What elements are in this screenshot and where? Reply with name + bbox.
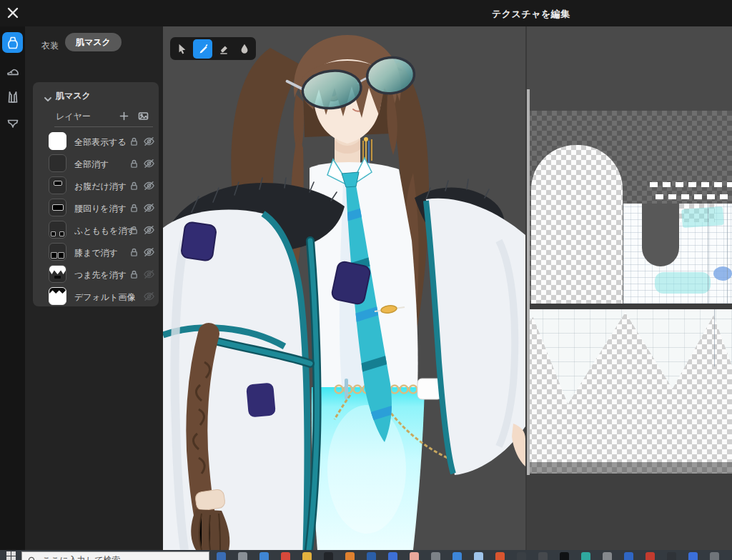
lock-icon[interactable]: [129, 247, 139, 260]
layer-row[interactable]: つま先を消す: [33, 264, 159, 286]
app-icon[interactable]: [667, 552, 676, 560]
layer-label: つま先を消す: [74, 269, 127, 281]
tab-skin-mask[interactable]: 肌マスク: [65, 33, 122, 51]
app-icon[interactable]: [538, 552, 548, 560]
texture-uv-panel[interactable]: [527, 26, 732, 550]
app-icon[interactable]: [603, 552, 612, 560]
lock-icon[interactable]: [129, 225, 139, 238]
app-icon[interactable]: [410, 552, 419, 560]
select-tool-cursor-icon[interactable]: [172, 39, 192, 59]
app-icon[interactable]: [624, 552, 633, 560]
texture-view-bottom[interactable]: [527, 309, 732, 462]
tab-costume[interactable]: 衣装: [38, 36, 62, 56]
uv-stitch-dashes: [656, 194, 732, 199]
app-icon[interactable]: [345, 552, 355, 560]
layer-row[interactable]: 全部消す: [33, 153, 159, 175]
brush-tool-icon[interactable]: [193, 39, 212, 59]
paint-toolbar: [170, 37, 256, 60]
rail-item-bottoms-icon[interactable]: [2, 112, 23, 133]
uv-blue-patch: [713, 266, 732, 281]
chevron-down-icon[interactable]: [44, 92, 51, 105]
eye-off-icon[interactable]: [143, 225, 155, 238]
uv-aqua-patch: [681, 206, 724, 228]
windows-start-icon[interactable]: [6, 551, 16, 560]
app-icon[interactable]: [646, 552, 655, 560]
lock-icon[interactable]: [129, 181, 139, 194]
layer-label: お腹だけ消す: [74, 181, 127, 193]
group-title: 肌マスク: [56, 90, 91, 102]
taskbar-app-icons: [217, 552, 719, 560]
scrollbar[interactable]: [527, 89, 530, 475]
app-icon[interactable]: [474, 552, 483, 560]
layer-row[interactable]: お腹だけ消す: [33, 175, 159, 197]
layer-list: 全部表示する 全部消す: [33, 131, 159, 308]
eraser-tool-icon[interactable]: [214, 39, 233, 59]
layer-thumbnail: [49, 221, 66, 239]
lock-icon[interactable]: [129, 203, 139, 216]
uv-island-skirt-zigzag: [527, 309, 732, 462]
texture-fade-band: [527, 462, 732, 474]
texture-view-top[interactable]: [527, 111, 732, 304]
app-icon[interactable]: [495, 552, 505, 560]
app-icon[interactable]: [217, 552, 226, 560]
uv-seam-line: [727, 204, 728, 304]
rail-item-top-icon[interactable]: [2, 86, 23, 107]
close-icon[interactable]: [6, 6, 19, 19]
app-icon[interactable]: [688, 552, 698, 560]
windows-taskbar: ここに入力して検索: [0, 550, 732, 560]
app-icon[interactable]: [324, 552, 333, 560]
layer-row[interactable]: デフォルト画像: [33, 286, 159, 308]
app-icon[interactable]: [581, 552, 590, 560]
layers-label: レイヤー: [56, 111, 91, 123]
import-image-icon[interactable]: [138, 111, 149, 124]
eye-off-icon[interactable]: [143, 159, 155, 171]
app-icon[interactable]: [431, 552, 440, 560]
rail-item-shoe-icon[interactable]: [2, 60, 23, 81]
uv-collar-cutout: [642, 204, 679, 266]
category-rail: [0, 26, 25, 550]
eye-off-icon[interactable]: [143, 203, 155, 216]
eye-off-icon[interactable]: [143, 181, 155, 194]
layer-row[interactable]: 全部表示する: [33, 131, 159, 153]
app-icon[interactable]: [367, 552, 376, 560]
eye-off-icon[interactable]: [143, 136, 155, 149]
skirt: [312, 387, 425, 550]
panel-divider: [525, 26, 527, 550]
app-icon[interactable]: [452, 552, 462, 560]
eye-off-icon[interactable]: [143, 269, 155, 282]
app-icon[interactable]: [388, 552, 397, 560]
app-icon[interactable]: [281, 552, 290, 560]
texture-panel-footer: [527, 474, 732, 550]
rail-item-dress-icon[interactable]: [2, 32, 23, 53]
eye-off-icon[interactable]: [143, 247, 155, 260]
blur-tool-droplet-icon[interactable]: [234, 39, 254, 59]
skin-mask-panel: 衣装 肌マスク 肌マスク ? 肌マスク レイヤー: [25, 26, 163, 550]
layer-thumbnail: [49, 265, 66, 283]
app-icon[interactable]: [238, 552, 247, 560]
character-3d-viewport[interactable]: [163, 26, 525, 550]
app-icon[interactable]: [302, 552, 312, 560]
lock-icon[interactable]: [129, 136, 139, 149]
search-icon: [28, 555, 36, 560]
uv-stitch-dashes: [650, 182, 732, 187]
layer-row[interactable]: 腰回りを消す: [33, 197, 159, 219]
layer-label: デフォルト画像: [74, 291, 135, 304]
lock-icon[interactable]: [129, 159, 139, 171]
layers-header: レイヤー: [33, 109, 159, 124]
lock-icon[interactable]: [129, 269, 139, 282]
layer-label: 全部消す: [74, 159, 109, 171]
app-icon[interactable]: [517, 552, 526, 560]
app-icon[interactable]: [259, 552, 269, 560]
uv-island-shirt: [623, 204, 732, 304]
taskbar-search-input[interactable]: ここに入力して検索: [21, 551, 209, 560]
uv-seam-line: [714, 309, 715, 366]
app-icon[interactable]: [710, 552, 719, 560]
layer-row[interactable]: ふとももを消す: [33, 219, 159, 241]
texture-editor-window: テクスチャを編集 衣装 肌マスク 肌マスク ?: [0, 0, 732, 560]
layer-label: 全部表示する: [74, 136, 127, 149]
titlebar: テクスチャを編集: [0, 0, 732, 26]
app-icon[interactable]: [560, 552, 569, 560]
add-layer-icon[interactable]: [119, 111, 129, 124]
layer-row[interactable]: 膝まで消す: [33, 241, 159, 264]
eye-off-icon[interactable]: [143, 291, 155, 304]
